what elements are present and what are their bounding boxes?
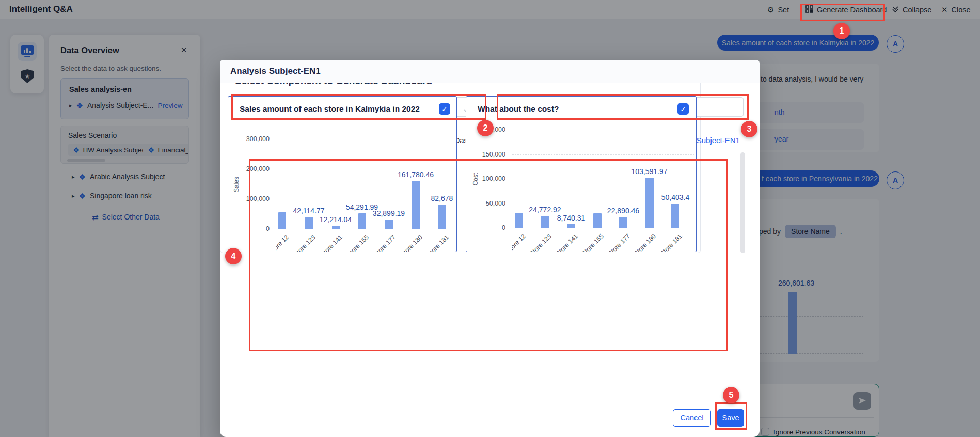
- x-axis-tick-label: Store 141: [555, 232, 579, 252]
- bar: [619, 217, 627, 228]
- bar-value-label: 103,591.97: [613, 167, 686, 176]
- gridline: [512, 204, 697, 204]
- plot-area: Store 1224,772.92Store 1238,740.31Store …: [512, 130, 697, 252]
- chart-checkbox-checked[interactable]: ✓: [439, 103, 450, 115]
- gridline: [512, 179, 697, 179]
- bar: [645, 178, 654, 228]
- chart-title: Sales amount of each store in Kalmykia i…: [240, 104, 420, 114]
- bar: [567, 224, 575, 228]
- gridline: [512, 154, 697, 155]
- y-axis-tick-label: 0: [228, 225, 270, 232]
- y-axis-tick-label: 200,000: [466, 126, 505, 133]
- modal-scrollbar-thumb[interactable]: [740, 152, 745, 253]
- x-axis-tick-label: Store 141: [319, 233, 344, 252]
- bar: [385, 220, 393, 229]
- y-axis-tick-label: 50,000: [466, 200, 505, 207]
- x-axis-tick-label: Store 12: [512, 232, 527, 252]
- x-axis-tick-label: Store 177: [372, 233, 397, 252]
- x-axis-tick-label: Store 177: [607, 232, 631, 252]
- gridline: [512, 228, 697, 228]
- y-axis-title: Sales: [233, 177, 240, 192]
- bar-value-label: 82,678: [406, 194, 457, 202]
- x-axis-tick-label: Store 180: [399, 233, 424, 252]
- y-axis-title: Cost: [472, 173, 479, 186]
- cancel-button[interactable]: Cancel: [673, 409, 711, 427]
- bar: [412, 181, 420, 229]
- bar: [332, 226, 340, 229]
- gridline: [276, 229, 457, 229]
- y-axis-tick-label: 0: [466, 224, 505, 231]
- gridline: [276, 169, 457, 169]
- analysis-subject-panel-header: Analysis Subject-EN1: [220, 60, 760, 83]
- chart-title: What about the cost?: [478, 104, 559, 114]
- generate-dashboard-modal: Select Component to Generate Dashboard ✕…: [220, 60, 760, 437]
- y-axis-tick-label: 150,000: [466, 151, 505, 158]
- intelligent-qa-window: Intelligent Q&A ⚙ Set Generate Dashboard…: [0, 0, 980, 437]
- y-axis-tick-label: 200,000: [228, 165, 270, 173]
- bar: [671, 204, 679, 228]
- bar-value-label: 161,780.46: [380, 170, 452, 179]
- chart-card-sales-kalmykia[interactable]: Sales amount of each store in Kalmykia i…: [228, 96, 457, 252]
- x-axis-tick-label: Store 155: [345, 233, 370, 252]
- bar-value-label: 50,403.4: [639, 193, 697, 201]
- plot-area: Store 1242,114.77Store 12312,214.04Store…: [276, 139, 457, 252]
- x-axis-tick-label: Store 12: [276, 233, 290, 252]
- bar-value-label: 24,772.92: [512, 206, 581, 214]
- analysis-subject-panel-title: Analysis Subject-EN1: [230, 66, 321, 76]
- bar: [593, 213, 602, 228]
- bar: [515, 213, 523, 228]
- x-axis-tick-label: Store 181: [659, 232, 684, 252]
- chart-checkbox-checked[interactable]: ✓: [677, 103, 689, 115]
- x-axis-tick-label: Store 181: [425, 233, 450, 252]
- x-axis-tick-label: Store 155: [580, 232, 605, 252]
- x-axis-tick-label: Store 123: [528, 232, 553, 252]
- x-axis-tick-label: Store 123: [292, 233, 317, 252]
- save-button[interactable]: Save: [717, 409, 744, 427]
- chart-card-cost[interactable]: What about the cost? ✓ Store 1224,772.92…: [466, 96, 697, 252]
- bar: [278, 212, 286, 229]
- x-axis-tick-label: Store 180: [633, 232, 657, 252]
- y-axis-tick-label: 100,000: [228, 195, 270, 202]
- analysis-subject-panel: Analysis Subject-EN1 Sales amount of eac…: [220, 60, 701, 253]
- bar: [438, 205, 446, 229]
- y-axis-tick-label: 300,000: [228, 135, 270, 143]
